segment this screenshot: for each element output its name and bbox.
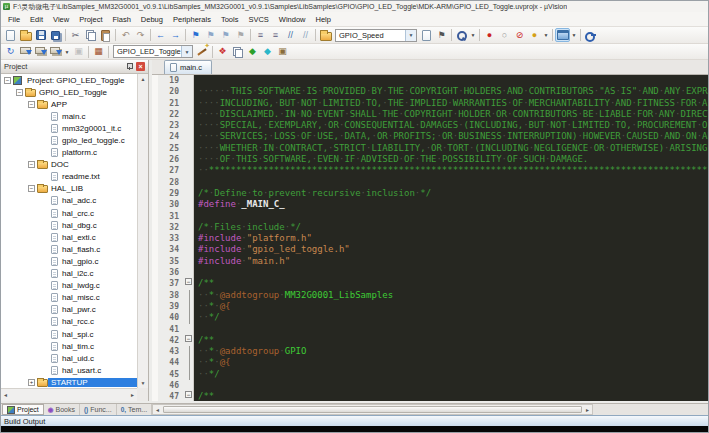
search-combo[interactable]: GPIO_Speed▼ (335, 29, 417, 42)
select-software-packs-button[interactable]: ◆ (260, 45, 275, 59)
uncomment-selection-button[interactable]: // (298, 28, 313, 42)
indent-button[interactable]: ≡ (268, 28, 283, 42)
tree-item-gpio-led-toggle-c[interactable]: gpio_led_toggle.c (1, 134, 137, 146)
scroll-right-icon[interactable]: ► (583, 407, 592, 413)
tree-item-platform-c[interactable]: platform.c (1, 147, 137, 159)
tree-expander-icon[interactable]: − (16, 89, 23, 96)
dock-tab-templates[interactable]: 0,Tem... (117, 404, 152, 415)
pin-icon[interactable] (125, 62, 133, 71)
fold-collapse-icon[interactable]: − (184, 391, 194, 401)
incremental-find-button[interactable] (454, 28, 469, 42)
save-all-button[interactable] (48, 28, 63, 42)
manage-run-time-environment-button[interactable]: ◆ (245, 45, 260, 59)
chevron-down-icon[interactable]: ▼ (181, 46, 192, 57)
tree-item-doc[interactable]: −DOC (1, 159, 137, 171)
fold-minus-icon[interactable]: − (185, 278, 192, 285)
fold-minus-icon[interactable]: − (185, 391, 192, 398)
file-extensions-button[interactable] (230, 45, 245, 59)
tree-expander-icon[interactable]: − (4, 77, 11, 84)
find-in-files-button[interactable] (419, 28, 434, 42)
disable-all-breakpoints-button[interactable]: ● (527, 28, 542, 42)
previous-bookmark-button[interactable]: ⚑ (203, 28, 218, 42)
redo-button[interactable]: ↷ (133, 28, 148, 42)
tree-expander-icon[interactable]: − (28, 101, 35, 108)
disable-all-breakpoints-dropdown-icon[interactable]: ▼ (542, 28, 550, 42)
tree-item-hal-i2c-c[interactable]: hal_i2c.c (1, 268, 137, 280)
tree-item-hal-usart-c[interactable]: hal_usart.c (1, 364, 137, 376)
enable-disable-breakpoint-button[interactable]: ○ (497, 28, 512, 42)
rebuild-target-button[interactable] (33, 45, 48, 59)
tree-item-hal-exti-c[interactable]: hal_exti.c (1, 231, 137, 243)
save-button[interactable] (33, 28, 48, 42)
scroll-up-icon[interactable]: ▲ (141, 76, 146, 82)
new-file-button[interactable] (3, 28, 18, 42)
dock-tab-project[interactable]: Project (2, 404, 44, 415)
tree-item-hal-iwdg-c[interactable]: hal_iwdg.c (1, 280, 137, 292)
pack-installer-button[interactable]: ▣ (275, 45, 290, 59)
navigate-forward-button[interactable]: → (168, 28, 183, 42)
batch-build-button[interactable] (48, 45, 63, 59)
kill-all-breakpoints-button[interactable]: ⊘ (512, 28, 527, 42)
code-editor[interactable]: 1920······THIS·SOFTWARE·IS·PROVIDED·BY·T… (152, 75, 708, 401)
open-file-button[interactable] (18, 28, 33, 42)
menu-help[interactable]: Help (311, 15, 336, 24)
manage-project-items-button[interactable]: ❖ (215, 45, 230, 59)
stop-build-button[interactable]: ▣ (71, 45, 86, 59)
translate-file-button[interactable]: ↻ (3, 45, 18, 59)
menu-svcs[interactable]: SVCS (243, 15, 273, 24)
debug-session-windows-button[interactable] (555, 28, 570, 42)
tree-item-hal-gpio-c[interactable]: hal_gpio.c (1, 255, 137, 267)
tree-item-gpio-led-toggle[interactable]: −GPIO_LED_Toggle (1, 86, 137, 98)
tree-expander-icon[interactable]: + (28, 379, 35, 386)
menu-view[interactable]: View (48, 15, 74, 24)
tree-item-hal-crc-c[interactable]: hal_crc.c (1, 207, 137, 219)
target-combo[interactable]: GPIO_LED_Toggle▼ (113, 45, 193, 58)
tree-item-mm32g0001-it-c[interactable]: mm32g0001_it.c (1, 122, 137, 134)
menu-window[interactable]: Window (274, 15, 311, 24)
menu-peripherals[interactable]: Peripherals (168, 15, 216, 24)
tab-main-c[interactable]: main.c (164, 60, 212, 74)
tree-item-project-gpio-led-toggle[interactable]: −Project: GPIO_LED_Toggle (1, 74, 137, 86)
tree-horizontal-scrollbar[interactable]: ◄ ► (1, 388, 137, 401)
undo-button[interactable]: ↶ (118, 28, 133, 42)
menu-flash[interactable]: Flash (108, 15, 136, 24)
fold-collapse-icon[interactable]: − (184, 335, 194, 346)
debug-session-windows-dropdown-icon[interactable]: ▼ (570, 28, 578, 42)
menu-tools[interactable]: Tools (216, 15, 244, 24)
menu-debug[interactable]: Debug (136, 15, 168, 24)
clear-all-bookmarks-button[interactable]: ⚑ (233, 28, 248, 42)
options-for-target-button[interactable] (195, 45, 210, 59)
next-bookmark-button[interactable]: ⚑ (218, 28, 233, 42)
navigate-back-button[interactable]: ← (153, 28, 168, 42)
tree-item-hal-uid-c[interactable]: hal_uid.c (1, 352, 137, 364)
menu-project[interactable]: Project (74, 15, 107, 24)
toggle-bookmark-button[interactable]: ⚑ (188, 28, 203, 42)
fold-collapse-icon[interactable]: − (184, 278, 194, 289)
build-target-button[interactable] (18, 45, 33, 59)
batch-build-dropdown-icon[interactable]: ▼ (63, 45, 71, 59)
tree-item-hal-pwr-c[interactable]: hal_pwr.c (1, 304, 137, 316)
find-in-files-scope-button[interactable] (318, 28, 333, 42)
editor-horizontal-scrollbar[interactable]: ◄ ► (152, 404, 593, 415)
scrollbar-thumb[interactable] (163, 406, 582, 413)
paste-button[interactable] (98, 28, 113, 42)
menu-file[interactable]: File (3, 15, 25, 24)
tree-item-hal-lib[interactable]: −HAL_LIB (1, 183, 137, 195)
tree-expander-icon[interactable]: − (28, 185, 35, 192)
incremental-find-dropdown-icon[interactable]: ▼ (469, 28, 477, 42)
tree-item-hal-spi-c[interactable]: hal_spi.c (1, 328, 137, 340)
scroll-left-icon[interactable]: ◄ (153, 407, 162, 413)
comment-selection-button[interactable]: // (283, 28, 298, 42)
tree-item-startup[interactable]: +STARTUP (1, 376, 137, 388)
copy-button[interactable] (83, 28, 98, 42)
fold-minus-icon[interactable]: − (185, 335, 192, 342)
scroll-left-icon[interactable]: ◄ (3, 392, 8, 398)
chevron-down-icon[interactable]: ▼ (405, 30, 416, 41)
download-to-flash-button[interactable]: ▦ (91, 45, 106, 59)
menu-edit[interactable]: Edit (25, 15, 48, 24)
scroll-down-icon[interactable]: ▼ (141, 380, 146, 386)
find-button[interactable]: ⚑ (434, 28, 449, 42)
dock-tab-functions[interactable]: ()Func... (80, 404, 117, 415)
unindent-button[interactable]: ≡ (253, 28, 268, 42)
scroll-right-icon[interactable]: ► (130, 392, 135, 398)
